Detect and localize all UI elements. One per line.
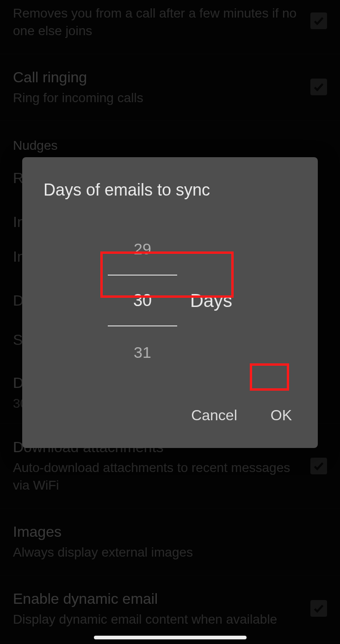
picker-prev[interactable]: 29	[108, 223, 177, 275]
picker-column[interactable]: 29 30 31	[108, 223, 177, 378]
days-sync-dialog: Days of emails to sync 29 30 31 Days Can…	[22, 157, 318, 448]
dialog-title: Days of emails to sync	[22, 176, 318, 214]
picker-selected[interactable]: 30	[108, 275, 177, 326]
ok-button[interactable]: OK	[268, 403, 295, 428]
picker-unit-label: Days	[190, 290, 232, 311]
cancel-button[interactable]: Cancel	[188, 403, 240, 428]
dialog-actions: Cancel OK	[22, 397, 318, 439]
picker-next[interactable]: 31	[108, 326, 177, 378]
home-indicator	[94, 636, 247, 639]
number-picker[interactable]: 29 30 31 Days	[22, 223, 318, 378]
